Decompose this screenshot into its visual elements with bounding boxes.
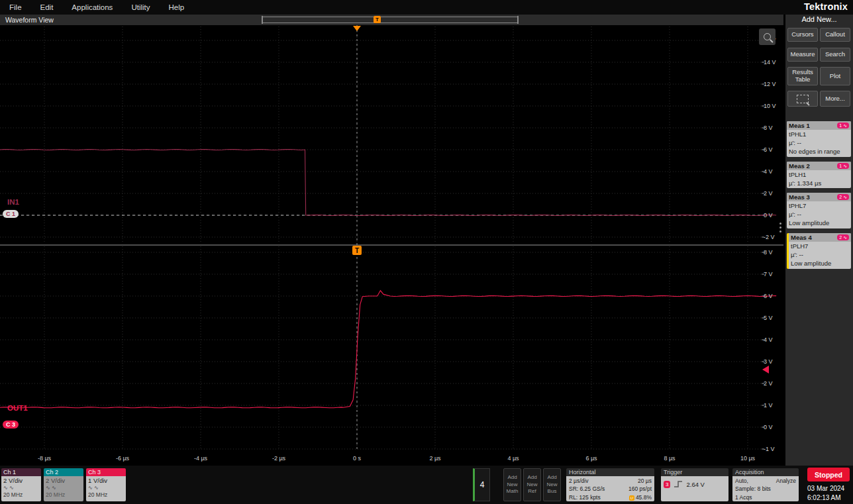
trigger-card[interactable]: Trigger 3 2.64 V [661, 468, 728, 501]
y-axis-label: -2 V [764, 234, 783, 240]
meas-card-3[interactable]: Meas 3 2 tPHL7 µ': -- Low amplitude [787, 193, 851, 228]
measure-button[interactable]: Measure [787, 48, 818, 62]
trigger-title: Trigger [661, 468, 728, 476]
trigger-position-marker[interactable] [353, 26, 361, 31]
meas-name: Meas 2 [789, 162, 810, 170]
acquisition-card[interactable]: Acquisition Auto,Analyze Sample: 8 bits … [732, 468, 799, 501]
menu-help[interactable]: Help [169, 3, 185, 11]
channel-badge-c3[interactable]: C 3 [3, 421, 19, 428]
x-axis-label: 2 µs [419, 455, 452, 462]
meas-status: Low amplitude [791, 260, 849, 268]
panel-drag-handle[interactable] [779, 223, 781, 232]
trigger-level-marker[interactable] [762, 366, 769, 374]
menu-bar: File Edit Applications Utility Help Tekt… [0, 0, 853, 15]
meas-source-badge: 2 [837, 234, 849, 240]
waveform-icon [843, 235, 847, 240]
ch2-badge-card[interactable]: Ch 2 2 V/div 20 MHz [44, 468, 83, 501]
add-new-bus-button[interactable]: AddNewBus [543, 468, 561, 501]
ch3-bandwidth: 20 MHz [88, 491, 124, 499]
acquisition-overview-bar[interactable]: T [262, 17, 519, 23]
meas-mean: µ': -- [789, 139, 849, 148]
y-axis-label: 6 V [764, 146, 783, 153]
waveform-icon [843, 195, 847, 200]
waveform-count-button[interactable]: 4 [473, 468, 490, 501]
ch1-badge-card[interactable]: Ch 1 2 V/div 20 MHz [1, 468, 41, 501]
trace-out1 [0, 291, 776, 408]
x-axis-label: -6 µs [106, 455, 139, 462]
x-axis-label: -8 µs [28, 455, 61, 462]
menu-utility[interactable]: Utility [131, 3, 150, 11]
add-new-heading: Add New... [785, 15, 853, 23]
meas-card-4[interactable]: Meas 4 2 tPLH7 µ': -- Low amplitude [787, 233, 851, 269]
horizontal-card[interactable]: Horizontal 2 µs/div20 µs SR: 6.25 GS/s16… [566, 468, 654, 501]
y-axis-label: 6 V [764, 293, 783, 299]
annotation-button[interactable] [787, 91, 818, 107]
meas-type: tPHL1 [789, 130, 849, 139]
y-axis-label: 7 V [764, 271, 783, 277]
trigger-t-label: T [355, 247, 359, 254]
search-button[interactable]: Search [820, 48, 850, 62]
run-stop-status[interactable]: Stopped [807, 468, 850, 481]
channel-label-in1[interactable]: IN1 [7, 198, 19, 206]
x-axis-label: -4 µs [184, 455, 217, 462]
add-new-ref-button[interactable]: AddNewRef [523, 468, 541, 501]
callout-button[interactable]: Callout [820, 28, 850, 42]
ch1-scale: 2 V/div [3, 477, 39, 485]
overview-trigger-flag[interactable]: T [374, 16, 381, 23]
resolution: 160 ps/pt [628, 485, 652, 493]
date: 03 Mar 2024 [807, 484, 844, 493]
meas-source-badge: 1 [837, 163, 849, 169]
meas-source-badge: 1 [837, 123, 849, 128]
menu-applications[interactable]: Applications [72, 3, 113, 11]
ch3-badge-card[interactable]: Ch 3 1 V/div 20 MHz [86, 468, 126, 501]
y-axis-label: 2 V [764, 380, 783, 387]
bottom-bar: Ch 1 2 V/div 20 MHz Ch 2 2 V/div 20 MHz … [0, 466, 853, 504]
cursors-button[interactable]: Cursors [787, 28, 818, 42]
y-axis-label: 5 V [764, 315, 783, 321]
meas-type: tPLH1 [789, 171, 849, 179]
date-time: 03 Mar 2024 6:02:13 AM [807, 484, 844, 502]
right-sidebar: Add New... Cursors Callout Measure Searc… [785, 15, 853, 466]
more-button[interactable]: More... [820, 91, 850, 107]
waveform-icon [843, 164, 847, 169]
x-axis-label: 4 µs [497, 455, 530, 462]
plot-button[interactable]: Plot [820, 67, 850, 85]
menu-edit[interactable]: Edit [40, 3, 54, 11]
meas-card-1[interactable]: Meas 1 1 tPHL1 µ': -- No edges in range [787, 121, 851, 157]
waveform-plot[interactable]: T [0, 25, 783, 454]
meas-card-2[interactable]: Meas 2 1 tPLH1 µ': 1.334 µs [787, 162, 851, 188]
acq-analyze: Analyze [776, 477, 796, 485]
ch2-header: Ch 2 [44, 468, 83, 476]
trigger-source-badge: 3 [664, 481, 670, 488]
y-axis-label: 3 V [764, 358, 783, 365]
channel-label-out1[interactable]: OUT1 [7, 404, 28, 412]
meas-source-badge: 2 [837, 194, 849, 200]
annotation-box-icon [797, 95, 809, 103]
meas-name: Meas 4 [791, 234, 812, 241]
results-table-button[interactable]: Results Table [787, 67, 818, 85]
ch2-scale: 2 V/div [46, 477, 81, 485]
y-axis-label: 10 V [764, 103, 783, 109]
menu-file[interactable]: File [9, 3, 22, 11]
horizontal-scale: 2 µs/div [569, 477, 588, 485]
waveform-graticule[interactable]: T IN1 C 1 OUT1 C 3 16 V14 V12 V10 V8 V6 … [0, 25, 783, 454]
y-axis-label: 14 V [764, 59, 783, 66]
trigger-level: 2.64 V [686, 481, 704, 488]
y-axis-label: 0 V [764, 212, 783, 219]
horizontal-span: 20 µs [638, 477, 652, 485]
trace-in1 [0, 150, 776, 216]
coupling-icons [3, 485, 39, 491]
meas-mean: µ': -- [789, 211, 849, 219]
channel-badge-c1[interactable]: C 1 [3, 210, 19, 218]
meas-type: tPLH7 [791, 242, 849, 251]
y-axis-label: 8 V [764, 249, 783, 256]
waveform-icon [843, 123, 847, 128]
x-axis-label: 0 s [340, 455, 374, 462]
y-axis-label: 2 V [764, 190, 783, 197]
zoom-button[interactable] [759, 28, 776, 45]
coupling-icons [46, 485, 81, 491]
add-new-math-button[interactable]: AddNewMath [503, 468, 521, 501]
x-axis-label: 8 µs [653, 455, 686, 462]
y-axis-label: 8 V [764, 125, 783, 131]
ch1-bandwidth: 20 MHz [3, 491, 39, 499]
